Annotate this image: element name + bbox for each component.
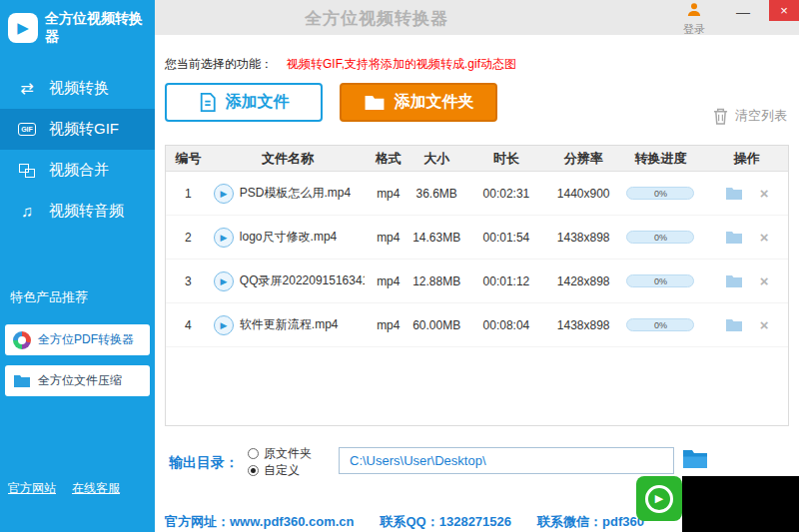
music-note-icon: ♫ — [16, 203, 38, 221]
official-site-link[interactable]: 官方网站 — [8, 480, 56, 497]
featured-products-title: 特色产品推荐 — [10, 288, 88, 306]
contact-wechat: 联系微信：pdf360 — [537, 513, 644, 531]
add-folder-button[interactable]: 添加文件夹 — [340, 83, 497, 122]
cell-operations: × — [705, 317, 788, 332]
contact-qq: 联系QQ：1328271526 — [381, 513, 512, 531]
product-label: 全方位文件压缩 — [38, 372, 122, 389]
play-icon[interactable]: ▶ — [214, 228, 234, 248]
sidebar-menu: ⇄ 视频转换 GIF 视频转GIF 视频合并 ♫ 视频转音频 — [0, 68, 155, 232]
remove-row-icon[interactable]: × — [760, 186, 769, 201]
trash-icon — [713, 108, 728, 125]
cell-progress: 0% — [616, 231, 706, 244]
cell-progress: 0% — [616, 187, 706, 200]
browse-folder-button[interactable] — [682, 448, 708, 473]
black-overlay-box — [682, 476, 799, 532]
clear-list-button[interactable]: 清空列表 — [713, 107, 787, 125]
sidebar-item-video-merge[interactable]: 视频合并 — [0, 150, 155, 191]
col-header-duration: 时长 — [461, 150, 551, 168]
online-support-link[interactable]: 在线客服 — [72, 480, 120, 497]
gif-icon: GIF — [16, 123, 38, 136]
app-name: 全方位视频转换器 — [45, 10, 155, 46]
cell-duration: 00:08:04 — [461, 318, 551, 332]
sidebar-item-label: 视频转换 — [49, 79, 109, 98]
app-window: ▶ 全方位视频转换器 ⇄ 视频转换 GIF 视频转GIF 视频合并 ♫ 视频转音… — [0, 0, 799, 532]
folder-icon — [364, 94, 386, 111]
cell-no: 2 — [166, 231, 211, 245]
login-button[interactable]: 登录 — [677, 2, 711, 37]
sidebar-item-video-to-gif[interactable]: GIF 视频转GIF — [0, 109, 155, 150]
radio-original-folder[interactable]: 原文件夹 — [248, 445, 312, 462]
open-folder-icon[interactable] — [725, 187, 743, 201]
cell-progress: 0% — [616, 274, 706, 287]
cell-operations: × — [705, 273, 788, 288]
col-header-resolution: 分辨率 — [551, 150, 616, 168]
start-convert-button[interactable]: ▶ — [636, 476, 682, 521]
titlebar: 全方位视频转换器 登录 — × — [155, 0, 799, 35]
play-icon[interactable]: ▶ — [214, 315, 234, 335]
output-dir-label: 输出目录： — [169, 454, 239, 472]
table-row[interactable]: 2 ▶ logo尺寸修改.mp4 mp4 14.63MB 00:01:54 14… — [166, 216, 788, 260]
pdf-converter-button[interactable]: 全方位PDF转换器 — [5, 324, 150, 355]
cell-duration: 00:02:31 — [461, 187, 551, 201]
radio-circle[interactable] — [248, 448, 259, 459]
filename-text: QQ录屏20220915163414.m — [240, 272, 366, 289]
window-title: 全方位视频转换器 — [305, 7, 448, 30]
sidebar-item-video-to-audio[interactable]: ♫ 视频转音频 — [0, 191, 155, 232]
open-folder-icon[interactable] — [725, 318, 743, 332]
sidebar-footer-links: 官方网站 在线客服 — [8, 480, 120, 497]
product-label: 全方位PDF转换器 — [38, 331, 134, 348]
col-header-format: 格式 — [365, 150, 411, 168]
cell-size: 36.6MB — [411, 187, 461, 201]
filename-text: PSD模板怎么用.mp4 — [240, 185, 351, 202]
radio-custom[interactable]: 自定义 — [248, 462, 312, 479]
progress-bar: 0% — [626, 187, 694, 200]
table-row[interactable]: 3 ▶ QQ录屏20220915163414.m mp4 12.88MB 00:… — [166, 260, 788, 303]
cell-filename: ▶ 软件更新流程.mp4 — [211, 315, 366, 335]
remove-row-icon[interactable]: × — [760, 317, 769, 332]
table-row[interactable]: 4 ▶ 软件更新流程.mp4 mp4 60.00MB 00:08:04 1438… — [166, 303, 788, 347]
col-header-size: 大小 — [411, 150, 461, 168]
file-table: 编号 文件名称 格式 大小 时长 分辨率 转换进度 操作 1 ▶ PSD模板怎么… — [165, 145, 789, 426]
cell-format: mp4 — [365, 274, 411, 288]
col-header-name: 文件名称 — [211, 150, 366, 168]
radio-circle-checked[interactable] — [248, 465, 259, 476]
cell-operations: × — [705, 230, 788, 245]
merge-icon — [16, 164, 38, 178]
close-button[interactable]: × — [769, 0, 799, 21]
official-url[interactable]: 官方网址：www.pdf360.com.cn — [165, 513, 355, 531]
sidebar-item-video-convert[interactable]: ⇄ 视频转换 — [0, 68, 155, 109]
cell-duration: 00:01:54 — [461, 231, 551, 245]
file-compress-button[interactable]: 全方位文件压缩 — [5, 365, 150, 396]
progress-bar: 0% — [626, 231, 694, 244]
cell-no: 4 — [166, 318, 211, 332]
filename-text: 软件更新流程.mp4 — [240, 316, 339, 333]
sidebar-item-label: 视频合并 — [49, 161, 109, 180]
add-file-button[interactable]: 添加文件 — [165, 83, 323, 122]
user-icon — [686, 2, 702, 17]
play-icon[interactable]: ▶ — [214, 271, 234, 291]
table-row[interactable]: 1 ▶ PSD模板怎么用.mp4 mp4 36.6MB 00:02:31 144… — [166, 172, 788, 216]
col-header-no: 编号 — [166, 150, 211, 168]
remove-row-icon[interactable]: × — [760, 230, 769, 245]
cell-format: mp4 — [365, 187, 411, 201]
cell-resolution: 1438x898 — [551, 231, 616, 245]
cell-filename: ▶ logo尺寸修改.mp4 — [211, 228, 366, 248]
col-header-progress: 转换进度 — [616, 150, 706, 168]
cell-format: mp4 — [365, 231, 411, 245]
convert-icon: ⇄ — [16, 79, 38, 98]
minimize-button[interactable]: — — [731, 2, 755, 22]
browse-folder-icon — [682, 448, 708, 469]
open-folder-icon[interactable] — [725, 274, 743, 288]
contact-footer: 官方网址：www.pdf360.com.cn 联系QQ：1328271526 联… — [165, 513, 644, 531]
add-folder-label: 添加文件夹 — [395, 92, 474, 113]
cell-progress: 0% — [616, 318, 706, 331]
col-header-operation: 操作 — [705, 150, 788, 168]
sidebar-header: ▶ 全方位视频转换器 — [0, 0, 155, 56]
output-path-input[interactable] — [339, 447, 674, 474]
remove-row-icon[interactable]: × — [760, 273, 769, 288]
open-folder-icon[interactable] — [725, 231, 743, 245]
radio-label: 自定义 — [264, 462, 300, 479]
cell-size: 12.88MB — [411, 274, 461, 288]
play-icon[interactable]: ▶ — [214, 184, 234, 204]
sidebar: ▶ 全方位视频转换器 ⇄ 视频转换 GIF 视频转GIF 视频合并 ♫ 视频转音… — [0, 0, 155, 532]
